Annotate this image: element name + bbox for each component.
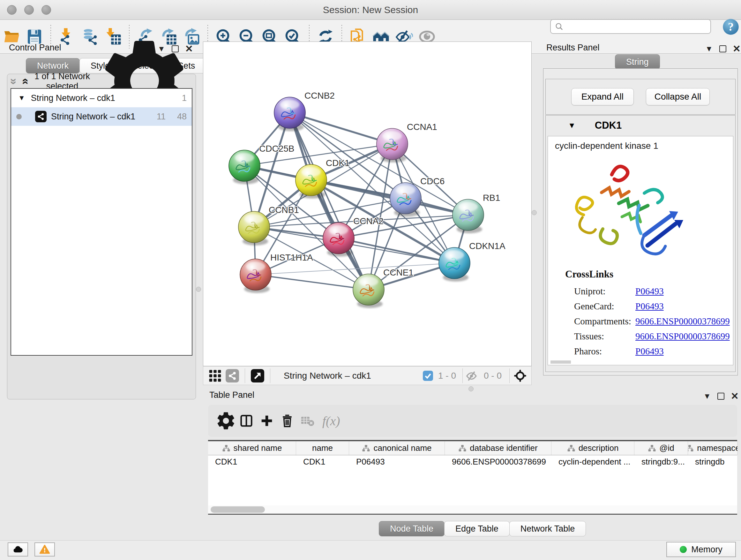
- table-options-gear-icon[interactable]: [216, 411, 236, 431]
- crosslink-link[interactable]: P06493: [635, 301, 664, 311]
- crosslink-link[interactable]: 9606.ENSP00000378699: [635, 316, 730, 326]
- network-view-title: String Network – cdk1: [284, 371, 371, 381]
- collection-label: String Network – cdk1: [31, 93, 115, 103]
- table-panel-float-icon[interactable]: [718, 393, 724, 400]
- table-row[interactable]: CDK1CDK1P064939606.ENSP00000378699cyclin…: [208, 455, 737, 468]
- gene-description: cyclin-dependent kinase 1: [555, 141, 658, 151]
- results-panel-menu-icon[interactable]: ▼: [705, 45, 713, 53]
- edge-CCNB2-CCNE1[interactable]: [290, 113, 368, 290]
- hidden-node-edge-counts: 0 - 0: [484, 371, 502, 381]
- results-panel: Results Panel ▼ ✕ String Expand All Coll…: [539, 42, 741, 380]
- column-header-name[interactable]: name: [296, 441, 349, 455]
- search-input[interactable]: [567, 22, 711, 32]
- network-edge-count: 48: [177, 112, 187, 122]
- crosslinks-title: CrossLinks: [565, 268, 613, 280]
- column-header-shared-name[interactable]: shared name: [208, 441, 296, 455]
- tab-edge-table[interactable]: Edge Table: [444, 521, 510, 537]
- network-row-selected[interactable]: String Network – cdk1 11 48: [11, 107, 192, 126]
- warning-button[interactable]: [35, 543, 55, 557]
- scrollbar-thumb[interactable]: [211, 506, 265, 513]
- node-label-RB1: RB1: [483, 193, 500, 203]
- crosslink-link[interactable]: P06493: [635, 346, 664, 356]
- detach-view-icon[interactable]: [250, 368, 265, 383]
- network-node-HIST1H1A[interactable]: HIST1H1A: [240, 253, 313, 293]
- grid-view-icon[interactable]: [208, 368, 222, 383]
- table-cell: CDK1: [296, 455, 349, 468]
- expand-all-networks-icon[interactable]: »: [19, 78, 30, 84]
- crosslink-row: Tissues:9606.ENSP00000378699: [574, 329, 727, 344]
- column-header-database-identifier[interactable]: database identifier: [445, 441, 551, 455]
- expand-all-button[interactable]: Expand All: [571, 88, 634, 105]
- crosslink-label: Compartments:: [574, 316, 631, 327]
- tab-network[interactable]: Network: [26, 58, 80, 73]
- network-collection-row[interactable]: ▼ String Network – cdk1 1: [11, 89, 192, 107]
- memory-button[interactable]: Memory: [666, 542, 736, 557]
- collection-expand-icon[interactable]: ▼: [18, 94, 25, 102]
- network-label: String Network – cdk1: [51, 112, 135, 122]
- selected-checkbox-icon[interactable]: [422, 368, 434, 383]
- control-panel-title: Control Panel: [9, 43, 61, 53]
- show-columns-icon[interactable]: [236, 411, 257, 431]
- crosslink-link[interactable]: P06493: [635, 286, 664, 296]
- edge-CCNB2-RB1[interactable]: [290, 113, 468, 215]
- search-field[interactable]: [550, 19, 711, 34]
- edge-CCNA2-CDKN1A[interactable]: [339, 238, 455, 263]
- tab-string[interactable]: String: [615, 54, 660, 70]
- results-panel-title: Results Panel: [546, 43, 600, 53]
- table-cell: 9606.ENSP00000378699: [445, 455, 551, 468]
- edge-HIST1H1A-CCNE1[interactable]: [256, 274, 368, 290]
- tab-network-table[interactable]: Network Table: [509, 521, 586, 537]
- edge-CCNB2-CCNA1[interactable]: [290, 113, 392, 144]
- table-cell: stringdb: [688, 455, 738, 468]
- table-horizontal-scrollbar[interactable]: [208, 505, 737, 514]
- left-splitter-handle[interactable]: [196, 287, 201, 292]
- right-splitter-handle[interactable]: [532, 210, 537, 215]
- help-icon: ?: [722, 18, 740, 36]
- column-header-description[interactable]: description: [551, 441, 634, 455]
- network-node-CCNB2[interactable]: CCNB2: [274, 91, 335, 131]
- memory-status-dot: [680, 546, 687, 553]
- tab-node-table[interactable]: Node Table: [379, 521, 445, 537]
- column-header-namespace[interactable]: namespace: [688, 441, 738, 455]
- node-label-HIST1H1A: HIST1H1A: [270, 253, 313, 262]
- results-panel-close-icon[interactable]: ✕: [733, 44, 741, 54]
- network-node-CDC25B[interactable]: CDC25B: [229, 144, 294, 184]
- column-header-canonical-name[interactable]: canonical name: [349, 441, 445, 455]
- crosslink-row: Compartments:9606.ENSP00000378699: [574, 314, 727, 329]
- expand-collapse-bar: Expand All Collapse All: [545, 79, 736, 115]
- create-column-icon[interactable]: [257, 411, 277, 431]
- crosslink-link[interactable]: 9606.ENSP00000378699: [635, 331, 730, 341]
- protein-structure-image: [564, 155, 695, 262]
- node-label-CCNA2: CCNA2: [353, 216, 384, 226]
- network-tree: ▼ String Network – cdk1 1 String Network…: [10, 88, 192, 356]
- gene-section-header[interactable]: ▼ CDK1: [546, 116, 735, 135]
- node-label-CDC25B: CDC25B: [259, 144, 294, 153]
- network-node-count: 11: [157, 112, 165, 122]
- network-node-RB1[interactable]: RB1: [453, 193, 500, 233]
- node-label-CDK1: CDK1: [326, 158, 350, 168]
- network-view-icon[interactable]: [225, 368, 240, 383]
- network-node-CCNA1[interactable]: CCNA1: [377, 122, 437, 163]
- delete-table-icon: [297, 411, 318, 431]
- string-results-box: Expand All Collapse All ▼ CDK1 cyclin-de…: [543, 68, 738, 375]
- column-header-id[interactable]: @id: [634, 441, 688, 455]
- collapse-all-button[interactable]: Collapse All: [646, 88, 710, 105]
- network-current-dot: [16, 114, 22, 119]
- network-node-CDKN1A[interactable]: CDKN1A: [439, 241, 506, 282]
- table-panel-tabs: Node TableEdge TableNetwork Table: [379, 521, 586, 537]
- table-panel-close-icon[interactable]: ✕: [731, 391, 739, 401]
- cloud-button[interactable]: [8, 543, 28, 557]
- birds-eye-view-icon[interactable]: [513, 368, 528, 383]
- network-panel-frame: » » 1 of 1 Network selected ▼ String Net…: [7, 74, 196, 399]
- results-panel-float-icon[interactable]: [719, 45, 726, 52]
- table-panel-menu-icon[interactable]: ▼: [703, 392, 711, 400]
- cloud-icon: [12, 544, 23, 555]
- hidden-eye-icon: [465, 368, 479, 383]
- gene-collapse-icon[interactable]: ▼: [568, 121, 576, 130]
- network-node-CDK1[interactable]: CDK1: [295, 158, 350, 199]
- help-button[interactable]: ?: [722, 18, 740, 36]
- crosslink-row: Pharos:P06493: [574, 344, 727, 359]
- network-canvas[interactable]: CCNB2CCNA1CDC25BCDK1CDC6RB1CCNB1CCNA2CDK…: [203, 42, 532, 366]
- delete-column-icon[interactable]: [277, 411, 297, 431]
- table-cell: stringdb:9...: [634, 455, 688, 468]
